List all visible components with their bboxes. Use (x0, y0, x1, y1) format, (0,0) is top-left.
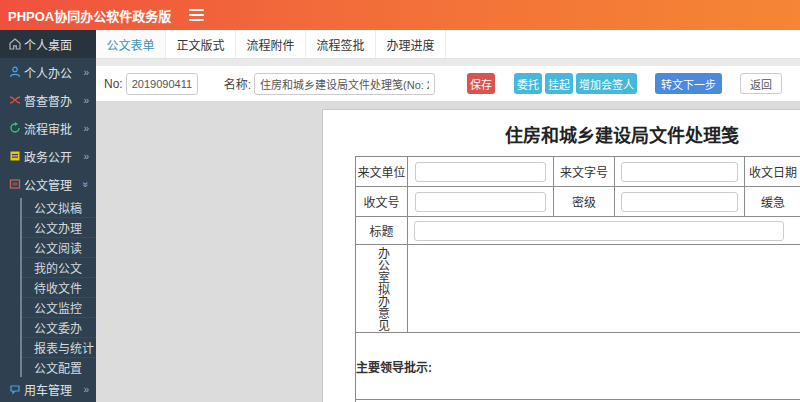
receive-no-label: 收文号 (356, 187, 408, 217)
subject-label: 标题 (356, 217, 408, 245)
tab-flow-attachments[interactable]: 流程附件 (236, 30, 306, 58)
sidebar-item-personal-desktop[interactable]: 个人桌面 (0, 30, 96, 58)
suspend-button[interactable]: 挂起 (545, 73, 573, 94)
table-row: 办公室拟办意见 (356, 245, 800, 333)
urgency-label: 缓急 (745, 187, 800, 217)
submenu-label: 公文阅读 (34, 239, 82, 256)
incoming-unit-input[interactable] (415, 162, 546, 182)
sidebar-item-document-management[interactable]: 公文管理 » (0, 170, 96, 198)
document-toolbar: No: 名称: 保存 委托 挂起 增加会签人 转文下一步 返回 (96, 66, 800, 102)
delegate-button[interactable]: 委托 (514, 73, 542, 94)
submenu-label: 公文委办 (34, 319, 82, 336)
sidebar-item-personal-office[interactable]: 个人办公 » (0, 58, 96, 86)
submenu-label: 公文拟稿 (34, 199, 82, 216)
incoming-ref-input[interactable] (621, 162, 737, 182)
document-page: 住房和城乡建设局文件处理笺 来文单位 来文字号 收文日期 (322, 109, 800, 402)
submenu-item-delegate[interactable]: 公文委办 (22, 318, 96, 338)
car-icon (9, 383, 24, 395)
tab-label: 公文表单 (106, 36, 154, 53)
table-row: 标题 (356, 217, 800, 245)
receive-no-input[interactable] (415, 192, 546, 212)
divider (96, 59, 800, 66)
tab-document-form[interactable]: 公文表单 (96, 30, 166, 58)
tab-label: 流程签批 (316, 36, 364, 53)
sidebar-item-label: 用车管理 (24, 381, 83, 398)
sidebar-item-label: 个人桌面 (24, 36, 96, 53)
sidebar-item-gov-disclosure[interactable]: 政务公开 » (0, 142, 96, 170)
document-title: 住房和城乡建设局文件处理笺 (323, 121, 800, 147)
submenu-item-read[interactable]: 公文阅读 (22, 238, 96, 258)
sidebar-item-label: 流程审批 (24, 120, 83, 137)
shuffle-icon (9, 94, 24, 106)
submenu-item-my-docs[interactable]: 我的公文 (22, 258, 96, 278)
submenu-item-pending-receive[interactable]: 待收文件 (22, 278, 96, 298)
tab-label: 流程附件 (246, 36, 294, 53)
receive-date-label: 收文日期 (745, 157, 800, 187)
main-leader-remarks-cell[interactable]: 主要领导批示: (356, 333, 800, 400)
menu-icon[interactable] (189, 8, 204, 23)
subject-input[interactable] (414, 221, 784, 241)
submenu-item-draft[interactable]: 公文拟稿 (22, 198, 96, 218)
sidebar-item-label: 公文管理 (24, 176, 83, 193)
submenu-label: 公文办理 (34, 219, 82, 236)
calendar-icon (9, 150, 24, 162)
incoming-ref-label: 来文字号 (554, 157, 615, 187)
user-icon (9, 66, 24, 78)
office-opinion-label: 办公室拟办意见 (375, 247, 389, 331)
cycle-icon (9, 122, 24, 134)
forward-next-button[interactable]: 转文下一步 (655, 73, 722, 94)
table-row: 主要领导批示: (356, 333, 800, 400)
chevron-down-icon: » (81, 181, 92, 187)
sidebar-item-label: 督查督办 (24, 92, 83, 109)
name-label: 名称: (224, 75, 251, 92)
doc-name-input[interactable] (254, 73, 435, 95)
submenu-label: 报表与统计 (34, 339, 94, 356)
content-area: 住房和城乡建设局文件处理笺 来文单位 来文字号 收文日期 (96, 102, 800, 402)
home-icon (9, 38, 24, 50)
no-label: No: (104, 77, 123, 91)
submenu-item-reports[interactable]: 报表与统计 (22, 338, 96, 358)
doc-no-input[interactable] (126, 73, 198, 95)
submenu-item-config[interactable]: 公文配置 (22, 358, 96, 377)
app-title: PHPOA协同办公软件政务版 (0, 6, 171, 25)
app-window: PHPOA协同办公软件政务版 个人桌面 个人办公 » (0, 0, 800, 402)
tab-label: 办理进度 (386, 36, 434, 53)
add-countersigner-button[interactable]: 增加会签人 (576, 73, 637, 94)
document-submenu: 公文拟稿 公文办理 公文阅读 我的公文 待收文件 公文监控 公文委办 报表与统计… (20, 198, 96, 377)
incoming-unit-label: 来文单位 (356, 157, 408, 187)
sidebar-item-label: 政务公开 (24, 148, 83, 165)
app-header: PHPOA协同办公软件政务版 (0, 0, 800, 30)
sidebar-item-vehicle-management[interactable]: 用车管理 » (0, 377, 96, 401)
table-row: 收文号 密级 缓急 (356, 187, 800, 217)
chevron-right-icon: » (83, 95, 89, 106)
office-opinion-cell[interactable] (408, 245, 800, 333)
secrecy-label: 密级 (554, 187, 615, 217)
tab-bar: 公文表单 正文版式 流程附件 流程签批 办理进度 (96, 30, 800, 59)
chevron-right-icon: » (83, 67, 89, 78)
submenu-item-monitor[interactable]: 公文监控 (22, 298, 96, 318)
submenu-label: 公文监控 (34, 299, 82, 316)
sidebar-item-label: 个人办公 (24, 64, 83, 81)
back-button[interactable]: 返回 (740, 73, 782, 94)
chevron-right-icon: » (83, 123, 89, 134)
save-button[interactable]: 保存 (467, 73, 495, 94)
submenu-label: 待收文件 (34, 279, 82, 296)
tab-label: 正文版式 (176, 36, 224, 53)
submenu-label: 我的公文 (34, 259, 82, 276)
submenu-label: 公文配置 (34, 359, 82, 376)
submenu-item-process[interactable]: 公文办理 (22, 218, 96, 238)
sidebar-item-supervision[interactable]: 督查督办 » (0, 86, 96, 114)
folder-icon (9, 178, 24, 190)
secrecy-input[interactable] (621, 192, 737, 212)
sidebar: 个人桌面 个人办公 » 督查督办 » 流程审批 (0, 30, 96, 402)
chevron-right-icon: » (83, 384, 89, 395)
sidebar-item-workflow-approval[interactable]: 流程审批 » (0, 114, 96, 142)
document-form-table: 来文单位 来文字号 收文日期 收文号 密级 缓急 (355, 156, 800, 402)
table-row: 来文单位 来文字号 收文日期 (356, 157, 800, 187)
chevron-right-icon: » (83, 151, 89, 162)
tab-body-layout[interactable]: 正文版式 (166, 30, 236, 58)
tab-flow-signoff[interactable]: 流程签批 (306, 30, 376, 58)
tab-progress[interactable]: 办理进度 (376, 30, 446, 58)
